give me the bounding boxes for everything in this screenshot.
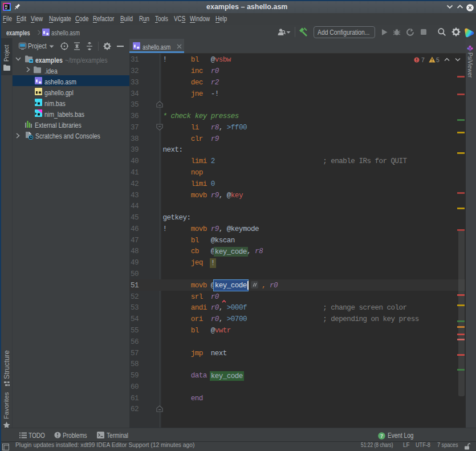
svg-text:7: 7 bbox=[380, 433, 383, 439]
